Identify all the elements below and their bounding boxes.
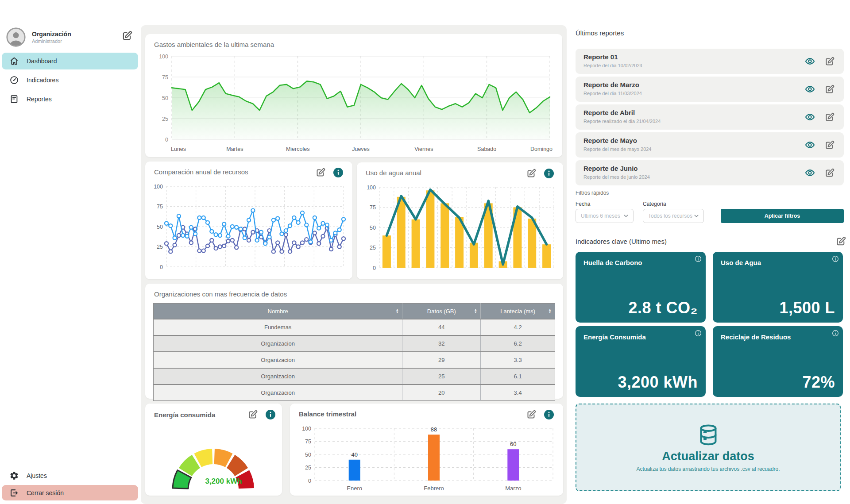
edit-icon[interactable] bbox=[824, 84, 835, 95]
svg-text:88: 88 bbox=[431, 426, 437, 433]
report-row[interactable]: Reporte de Marzo Reporte del dia 11/03/2… bbox=[576, 77, 844, 102]
kpis-section-title: Indicadores clave (Ultimo mes) bbox=[576, 238, 667, 245]
svg-text:100: 100 bbox=[367, 185, 376, 191]
svg-text:25: 25 bbox=[157, 244, 163, 250]
report-row[interactable]: Reporte 01 Reporte del dia 10/02/2024 bbox=[576, 49, 844, 74]
sort-icon[interactable]: ▴▾ bbox=[475, 308, 476, 314]
edit-icon[interactable] bbox=[835, 236, 846, 247]
card-title: Energía consumida bbox=[154, 411, 215, 419]
report-row[interactable]: Reporte de Abril Reporte realizado el di… bbox=[576, 104, 844, 130]
info-icon[interactable] bbox=[544, 168, 554, 179]
table-row: Fundemas444.2 bbox=[154, 319, 555, 335]
info-icon[interactable] bbox=[832, 330, 839, 337]
column-header-nombre[interactable]: Nombre▴▾ bbox=[154, 304, 402, 319]
avatar bbox=[6, 27, 26, 47]
edit-icon[interactable] bbox=[315, 167, 326, 178]
categoria-select[interactable]: Todos los recursos bbox=[643, 209, 704, 223]
edit-icon[interactable] bbox=[824, 56, 835, 67]
sort-icon[interactable]: ▴▾ bbox=[396, 308, 398, 314]
upload-dropzone[interactable]: Actualizar datos Actualiza tus datos arr… bbox=[576, 404, 841, 491]
edit-icon[interactable] bbox=[526, 168, 537, 179]
sidebar-item-indicadores[interactable]: Indicadores bbox=[2, 72, 138, 88]
main-panel: Gastos ambientales de la ultima semana 0… bbox=[141, 25, 567, 504]
quarterly-balance-card: Balance trimestral 025507510040Enero88Fe… bbox=[290, 404, 563, 496]
svg-text:60: 60 bbox=[510, 441, 516, 447]
apply-filters-button[interactable]: Aplicar filtros bbox=[721, 209, 844, 223]
sidebar-item-label: Ajustes bbox=[27, 472, 47, 479]
svg-text:50: 50 bbox=[370, 225, 376, 231]
svg-text:75: 75 bbox=[157, 204, 163, 210]
svg-text:3,200 kWh: 3,200 kWh bbox=[205, 477, 242, 485]
sidebar-item-label: Reportes bbox=[27, 96, 52, 103]
edit-icon[interactable] bbox=[824, 168, 835, 178]
svg-text:0: 0 bbox=[160, 264, 163, 270]
edit-icon[interactable] bbox=[824, 140, 835, 150]
profile-role: Administrador bbox=[32, 38, 62, 44]
profile-block: Organización Administrador bbox=[5, 27, 135, 50]
column-header-datos[interactable]: Datos (GB)▴▾ bbox=[402, 304, 481, 319]
table-row: Organizacion326.2 bbox=[154, 335, 555, 352]
view-icon[interactable] bbox=[804, 167, 815, 178]
svg-text:Viernes: Viernes bbox=[414, 146, 433, 152]
sidebar-item-ajustes[interactable]: Ajustes bbox=[2, 467, 138, 484]
svg-text:Febrero: Febrero bbox=[424, 485, 444, 492]
report-icon bbox=[9, 94, 19, 104]
edit-icon[interactable] bbox=[247, 409, 258, 420]
person-icon bbox=[6, 27, 26, 47]
sort-icon[interactable]: ▴▾ bbox=[549, 308, 551, 314]
resource-comparison-chart: 0255075100 bbox=[151, 182, 347, 276]
filters-title: Filtros rápidos bbox=[576, 190, 609, 196]
svg-text:75: 75 bbox=[370, 204, 376, 211]
svg-text:100: 100 bbox=[154, 184, 163, 190]
fecha-select[interactable]: Ultimos 6 meses bbox=[576, 209, 634, 223]
svg-text:25: 25 bbox=[305, 465, 311, 471]
sidebar-item-dashboard[interactable]: Dashboard bbox=[2, 53, 138, 69]
svg-text:Miercoles: Miercoles bbox=[286, 146, 310, 152]
info-icon[interactable] bbox=[832, 255, 839, 262]
info-icon[interactable] bbox=[695, 330, 702, 337]
table-row: Organizacion293.3 bbox=[154, 352, 555, 368]
report-row[interactable]: Reporte de Junio Reporte del mes de juni… bbox=[576, 160, 844, 185]
dashboard-app: Organización Administrador Dashboard bbox=[0, 0, 850, 504]
view-icon[interactable] bbox=[804, 139, 815, 150]
database-icon bbox=[696, 423, 720, 447]
svg-text:40: 40 bbox=[351, 451, 357, 458]
kpi-card-huella-carbono: Huella de Carbono 2.8 t CO₂ bbox=[576, 252, 706, 323]
card-title: Organizaciones con mas frecuencia de dat… bbox=[154, 290, 287, 298]
svg-text:50: 50 bbox=[157, 224, 163, 230]
edit-icon[interactable] bbox=[824, 112, 835, 123]
svg-text:Lunes: Lunes bbox=[171, 146, 186, 152]
info-icon[interactable] bbox=[695, 255, 702, 262]
right-panel: Últimos reportes Reporte 01 Reporte del … bbox=[575, 0, 850, 504]
edit-icon[interactable] bbox=[526, 409, 537, 420]
categoria-label: Categoría bbox=[643, 201, 666, 207]
edit-profile-button[interactable] bbox=[121, 30, 133, 42]
organizations-table: Nombre▴▾ Datos (GB)▴▾ Lantecia (ms)▴▾ Fu… bbox=[153, 303, 555, 401]
chevron-down-icon bbox=[693, 212, 700, 219]
table-header-row: Nombre▴▾ Datos (GB)▴▾ Lantecia (ms)▴▾ bbox=[154, 304, 555, 319]
view-icon[interactable] bbox=[804, 56, 815, 67]
chevron-down-icon bbox=[622, 212, 630, 219]
info-icon[interactable] bbox=[265, 409, 276, 420]
dropzone-title: Actualizar datos bbox=[662, 450, 754, 463]
svg-text:75: 75 bbox=[162, 74, 168, 81]
svg-text:75: 75 bbox=[305, 439, 311, 445]
sidebar-item-label: Cerrar sesión bbox=[27, 489, 64, 496]
sidebar-item-label: Indicadores bbox=[27, 77, 58, 84]
info-icon[interactable] bbox=[333, 167, 344, 178]
water-use-chart: 0255075100 bbox=[363, 182, 557, 277]
info-icon[interactable] bbox=[544, 409, 554, 420]
view-icon[interactable] bbox=[804, 84, 815, 95]
report-row[interactable]: Reporte de Mayo Reporte del mes de mayo … bbox=[576, 132, 844, 158]
card-actions bbox=[526, 168, 554, 179]
svg-text:0: 0 bbox=[308, 478, 311, 484]
weekly-expenses-card: Gastos ambientales de la ultima semana 0… bbox=[145, 34, 562, 157]
column-header-lantecia[interactable]: Lantecia (ms)▴▾ bbox=[481, 304, 555, 319]
svg-text:Marzo: Marzo bbox=[505, 485, 521, 492]
gear-icon bbox=[9, 471, 19, 481]
table-row: Organizacion203.4 bbox=[154, 385, 555, 401]
view-icon[interactable] bbox=[804, 112, 815, 123]
sidebar-item-reportes[interactable]: Reportes bbox=[2, 91, 138, 108]
logout-button[interactable]: Cerrar sesión bbox=[2, 485, 138, 500]
svg-text:Enero: Enero bbox=[347, 485, 362, 492]
